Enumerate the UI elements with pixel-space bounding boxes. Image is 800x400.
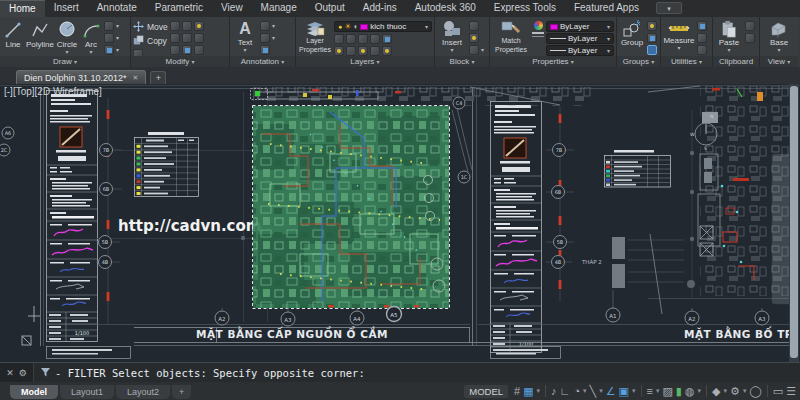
layer-dropdown[interactable]: ● ☀ ◐ kich thuoc ▾	[334, 21, 432, 32]
layer-on-tool-icon[interactable]	[334, 46, 344, 56]
group-tool[interactable]: Group	[619, 18, 645, 56]
panel-footer-block[interactable]: Block ▾	[435, 56, 489, 67]
command-customize-icon[interactable]: ⚙	[19, 368, 27, 378]
hatch-tool-icon[interactable]	[104, 45, 114, 55]
transparency-icon[interactable]: ▨	[662, 384, 672, 398]
grid-display-icon[interactable]: ▦	[523, 384, 533, 398]
object-color-dropdown[interactable]: ByLayer ▾	[546, 21, 614, 32]
chevron-down-icon[interactable]: ▾	[450, 47, 453, 53]
layer-properties-tool[interactable]: Layer Properties	[298, 18, 332, 56]
tab-model[interactable]: Model	[10, 385, 58, 399]
offset-tool-icon[interactable]	[194, 45, 204, 55]
ribbon-tab-autodesk360[interactable]: Autodesk 360	[406, 0, 485, 17]
layer-off-icon[interactable]	[334, 34, 344, 44]
table-tool-icon[interactable]	[260, 45, 270, 55]
match-properties-tool[interactable]: Match Properties	[492, 18, 530, 56]
snap-mode-icon[interactable]: ♪	[551, 384, 557, 398]
panel-footer-draw[interactable]: Draw ▾	[0, 56, 130, 67]
chevron-down-icon[interactable]: ▾	[724, 384, 728, 398]
chevron-down-icon[interactable]: ▾	[90, 49, 93, 55]
lineweight-display-icon[interactable]: ≡	[647, 384, 653, 398]
object-snap-tracking-icon[interactable]: ∠	[606, 384, 616, 398]
group-selection-toggle-icon[interactable]	[647, 45, 657, 55]
ribbon-tab-home[interactable]: Home	[0, 0, 45, 17]
chevron-down-icon[interactable]: ▾	[698, 384, 702, 398]
ribbon-tab-parametric[interactable]: Parametric	[146, 0, 212, 17]
isometric-drafting-icon[interactable]: ╲	[590, 384, 597, 398]
group-edit-icon[interactable]	[647, 33, 657, 43]
panel-footer-view[interactable]: View ▾	[760, 56, 798, 67]
panel-footer-layers[interactable]: Layers ▾	[296, 56, 434, 67]
create-block-icon[interactable]	[469, 21, 479, 31]
panel-footer-properties[interactable]: Properties ▾	[490, 56, 616, 67]
chevron-down-icon[interactable]: ▾	[599, 384, 603, 398]
point-tool-icon[interactable]	[697, 33, 707, 43]
chevron-down-icon[interactable]: ▾	[656, 384, 660, 398]
fillet-tool-icon[interactable]	[182, 33, 192, 43]
ellipse-tool-icon[interactable]	[104, 33, 114, 43]
tab-layout1[interactable]: Layout1	[60, 385, 114, 399]
color-wheel-icon[interactable]	[534, 21, 543, 30]
drawing-canvas[interactable]: [-][Top][2D Wireframe]	[0, 84, 800, 362]
layer-unlock-icon[interactable]	[370, 46, 380, 56]
isolate-objects-icon[interactable]: ▭	[773, 384, 783, 398]
insert-tool[interactable]: Insert ▾	[437, 18, 467, 56]
ribbon-tab-annotate[interactable]: Annotate	[88, 0, 146, 17]
layer-freeze-icon[interactable]	[358, 34, 368, 44]
viewport-controls[interactable]: [-][Top][2D Wireframe]	[4, 86, 102, 97]
circle-tool[interactable]: Circle ▾	[56, 18, 78, 56]
quick-select-icon[interactable]	[697, 21, 707, 31]
ribbon-tab-view[interactable]: View	[212, 0, 252, 17]
layer-unisolate-icon[interactable]	[346, 46, 356, 56]
chevron-down-icon[interactable]: ▾	[727, 47, 730, 53]
layer-isolate-icon[interactable]	[346, 34, 356, 44]
paste-tool[interactable]: Paste ▾	[715, 18, 743, 56]
customization-menu-icon[interactable]: ☰	[786, 384, 796, 398]
edit-block-icon[interactable]	[469, 33, 479, 43]
dimension-tool-icon[interactable]	[260, 21, 270, 31]
block-attributes-icon[interactable]	[469, 45, 479, 55]
layer-lock-tool-icon[interactable]	[370, 34, 380, 44]
ribbon-tab-output[interactable]: Output	[306, 0, 354, 17]
leader-tool-icon[interactable]	[260, 33, 270, 43]
document-tab[interactable]: Dien Dolphin 31.10.2012* ✕	[16, 70, 146, 84]
base-tool[interactable]: Base ▾	[764, 18, 794, 56]
mirror-tool-icon[interactable]	[170, 33, 180, 43]
explode-tool-icon[interactable]	[194, 33, 204, 43]
vertical-scrollbar[interactable]	[789, 84, 799, 362]
ribbon-tab-featuredapps[interactable]: Featured Apps	[565, 0, 648, 17]
quick-calc-icon[interactable]	[697, 45, 707, 55]
panel-footer-utilities[interactable]: Utilities ▾	[661, 56, 712, 67]
measure-tool[interactable]: Measure ▾	[663, 18, 695, 56]
chevron-down-icon[interactable]: ▾	[743, 384, 747, 398]
ribbon-display-toggle[interactable]: ▾	[656, 2, 682, 14]
array-tool-icon[interactable]	[182, 45, 192, 55]
ungroup-icon[interactable]	[647, 21, 657, 31]
move-tool[interactable]: Move	[133, 21, 168, 32]
object-snap-icon[interactable]: ▣	[619, 384, 629, 398]
lineweight-icon[interactable]	[532, 32, 544, 34]
polyline-tool[interactable]: Polyline	[26, 18, 54, 56]
text-tool[interactable]: A Text ▾	[232, 18, 258, 56]
command-close-icon[interactable]: ✕	[6, 368, 14, 378]
stretch-tool-icon[interactable]	[133, 49, 143, 56]
line-tool[interactable]: Line	[2, 18, 24, 56]
close-icon[interactable]: ✕	[133, 74, 139, 82]
rectangle-tool-icon[interactable]	[104, 21, 114, 31]
chevron-down-icon[interactable]: ▾	[243, 47, 246, 53]
panel-footer-modify[interactable]: Modify ▾	[131, 56, 229, 67]
layer-prev-icon[interactable]	[382, 46, 392, 56]
chevron-down-icon[interactable]: ▾	[632, 384, 636, 398]
layer-thaw-tool-icon[interactable]	[358, 46, 368, 56]
chevron-down-icon[interactable]: ▾	[537, 384, 541, 398]
ortho-mode-icon[interactable]: ∟	[560, 384, 571, 398]
panel-footer-groups[interactable]: Groups ▾	[617, 56, 660, 67]
clean-screen-icon[interactable]: ◯	[749, 384, 761, 398]
annotation-visibility-icon[interactable]: ◍	[685, 384, 695, 398]
command-input[interactable]: - FILTER Select objects: Specify opposit…	[34, 367, 800, 379]
panel-footer-clipboard[interactable]: Clipboard	[713, 56, 759, 67]
new-layout-button[interactable]: +	[172, 385, 191, 399]
selection-cycling-icon[interactable]: ▮	[676, 384, 682, 398]
chevron-down-icon[interactable]: ▾	[777, 47, 780, 53]
model-space-button[interactable]: MODEL	[464, 385, 508, 398]
